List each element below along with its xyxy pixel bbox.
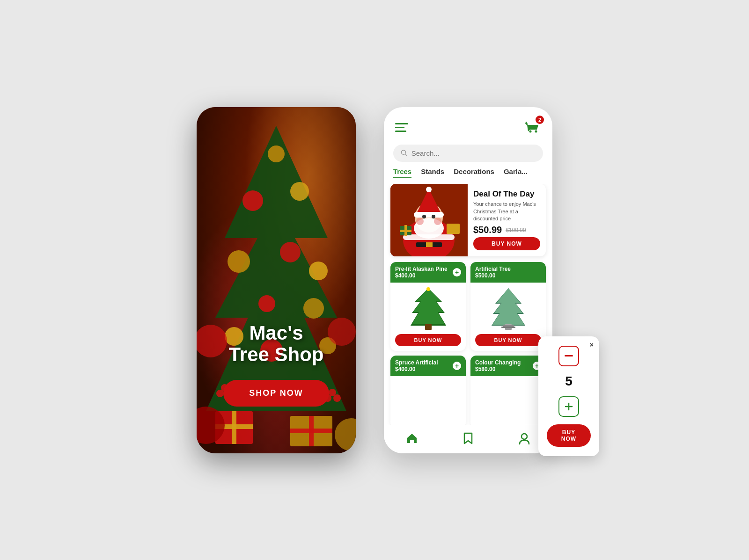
product-4-name: Colour Changing <box>475 359 521 366</box>
deal-info: Deal Of The Day Your chance to enjoy Mac… <box>468 184 546 256</box>
left-phone: Mac's Tree Shop SHOP NOW <box>197 107 356 453</box>
bookmark-icon <box>462 432 474 445</box>
bottom-nav <box>384 425 552 453</box>
tab-garlands[interactable]: Garla... <box>504 167 528 178</box>
product-1-price: $400.00 <box>395 272 448 279</box>
product-2-price: $500.00 <box>475 272 511 279</box>
quantity-popup: × 5 BUY NOW <box>538 336 599 456</box>
svg-rect-50 <box>400 230 411 232</box>
search-bar[interactable] <box>393 145 543 162</box>
deal-buy-button[interactable]: BUY NOW <box>473 237 540 250</box>
search-icon <box>401 149 408 157</box>
svg-point-30 <box>535 130 537 132</box>
product-2-header: Artificial Tree $500.00 <box>470 262 546 283</box>
phone-content: Deal Of The Day Your chance to enjoy Mac… <box>384 184 552 425</box>
quantity-minus-button[interactable] <box>558 346 579 366</box>
svg-point-43 <box>416 218 424 225</box>
quantity-value: 5 <box>565 374 573 389</box>
product-1-header: Pre-lit Alaskan Pine $400.00 + <box>390 262 466 283</box>
svg-rect-24 <box>290 429 332 433</box>
product-3-add[interactable]: + <box>453 362 461 370</box>
svg-point-18 <box>333 394 341 402</box>
product-card-1: Pre-lit Alaskan Pine $400.00 + <box>390 262 466 351</box>
svg-point-5 <box>228 250 250 273</box>
popup-buy-button[interactable]: BUY NOW <box>547 424 591 447</box>
svg-point-6 <box>280 242 301 262</box>
santa-illustration <box>390 184 468 256</box>
svg-point-3 <box>242 190 263 211</box>
minus-icon <box>565 355 573 356</box>
hamburger-menu[interactable] <box>395 123 408 132</box>
svg-point-25 <box>197 325 227 357</box>
product-card-3: Spruce Artificial $400.00 + <box>390 356 466 425</box>
product-2-image <box>470 283 546 334</box>
phone-header: 2 <box>384 107 552 141</box>
cart-button[interactable]: 2 <box>524 118 541 137</box>
svg-point-2 <box>268 145 285 162</box>
product-4-image <box>470 376 546 424</box>
svg-rect-48 <box>447 224 460 234</box>
right-phone-wrapper: 2 Trees Stands Decorations Garla... <box>384 107 552 453</box>
svg-rect-38 <box>414 212 444 218</box>
product-3-price: $400.00 <box>395 366 438 372</box>
svg-point-14 <box>216 390 224 397</box>
product-2-buy-button[interactable]: BUY NOW <box>475 334 541 346</box>
tab-decorations[interactable]: Decorations <box>454 167 494 178</box>
product-1-name: Pre-lit Alaskan Pine <box>395 266 448 272</box>
popup-close-button[interactable]: × <box>590 341 594 349</box>
left-phone-title: Mac's Tree Shop <box>228 322 323 365</box>
product-3-header: Spruce Artificial $400.00 + <box>390 356 466 376</box>
nav-tabs: Trees Stands Decorations Garla... <box>384 167 552 184</box>
svg-marker-52 <box>412 288 445 324</box>
nav-profile[interactable] <box>518 432 531 445</box>
deal-price: $50.99 <box>473 225 502 235</box>
svg-rect-53 <box>425 324 432 330</box>
svg-marker-58 <box>492 288 524 325</box>
product-card-2: Artificial Tree $500.00 <box>470 262 546 351</box>
svg-point-9 <box>303 298 324 319</box>
product-2-name: Artificial Tree <box>475 266 511 272</box>
svg-point-39 <box>426 187 432 192</box>
product-1-add[interactable]: + <box>453 268 461 276</box>
svg-point-26 <box>328 318 356 346</box>
product-4-header: Colour Changing $580.00 + <box>470 356 546 376</box>
product-card-4: Colour Changing $580.00 + <box>470 356 546 425</box>
deal-description: Your chance to enjoy Mac's Christmas Tre… <box>473 201 540 222</box>
svg-point-44 <box>434 218 441 225</box>
svg-point-42 <box>432 215 435 218</box>
svg-point-4 <box>290 182 309 201</box>
tab-stands[interactable]: Stands <box>421 167 444 178</box>
search-input[interactable] <box>411 149 536 157</box>
svg-point-7 <box>309 262 328 280</box>
nav-bookmark[interactable] <box>462 432 474 445</box>
product-1-buy-button[interactable]: BUY NOW <box>395 334 461 346</box>
shop-now-button[interactable]: SHOP NOW <box>223 380 329 407</box>
profile-icon <box>518 432 531 445</box>
product-3-image <box>390 376 466 424</box>
svg-point-41 <box>422 215 426 218</box>
deal-banner: Deal Of The Day Your chance to enjoy Mac… <box>390 184 546 256</box>
deal-title: Deal Of The Day <box>473 189 540 199</box>
svg-point-54 <box>426 287 430 291</box>
svg-rect-46 <box>426 242 433 247</box>
product-4-price: $580.00 <box>475 366 521 372</box>
tab-trees[interactable]: Trees <box>393 167 411 178</box>
home-icon <box>405 432 419 445</box>
tree-svg-2 <box>490 286 527 330</box>
deal-image <box>390 184 468 256</box>
cart-badge: 2 <box>536 116 544 124</box>
svg-point-8 <box>258 295 275 312</box>
deal-price-row: $50.99 $100.00 <box>473 225 540 235</box>
right-phone: 2 Trees Stands Decorations Garla... <box>384 107 552 453</box>
svg-rect-60 <box>501 327 515 328</box>
tree-svg-1 <box>410 286 447 330</box>
product-1-image <box>390 283 466 334</box>
product-3-name: Spruce Artificial <box>395 359 438 366</box>
svg-point-61 <box>521 434 527 439</box>
quantity-plus-button[interactable] <box>558 396 579 417</box>
svg-point-29 <box>529 130 532 132</box>
svg-rect-59 <box>503 325 514 327</box>
svg-line-32 <box>405 154 407 155</box>
product-grid: Pre-lit Alaskan Pine $400.00 + <box>390 262 546 425</box>
nav-home[interactable] <box>405 432 419 445</box>
